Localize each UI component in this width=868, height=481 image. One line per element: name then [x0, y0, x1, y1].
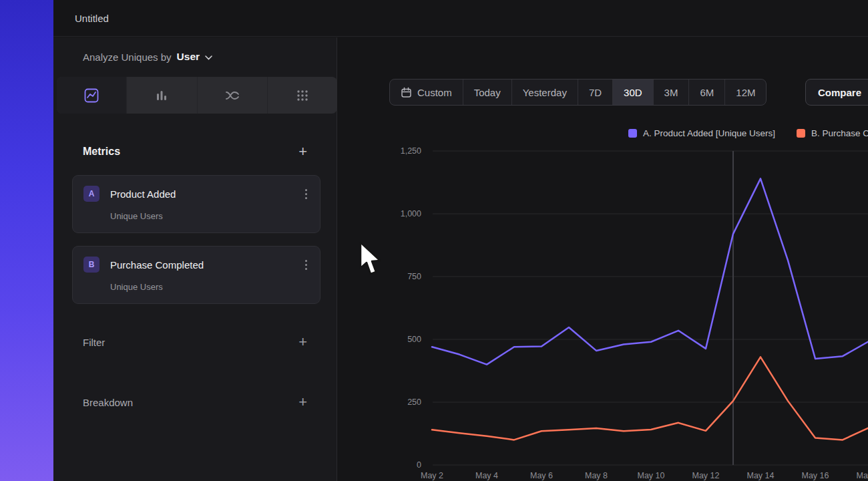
- breakdown-section-header: Breakdown +: [83, 388, 307, 416]
- analyze-header: Analyze Uniques by User: [83, 37, 330, 76]
- series-line: [432, 178, 868, 364]
- x-axis-tick-label: May 16: [802, 471, 829, 480]
- x-axis-tick-label: May 6: [530, 471, 553, 480]
- date-range-toolbar: CustomTodayYesterday7D30D3M6M12M: [389, 79, 767, 106]
- y-axis-tick-label: 1,000: [401, 209, 421, 218]
- metric-subtitle[interactable]: Unique Users: [110, 282, 309, 292]
- filter-section-header: Filter +: [83, 328, 307, 356]
- metrics-title: Metrics: [83, 146, 120, 158]
- chart-svg: 02505007501,0001,250May 2May 4May 6May 8…: [337, 134, 868, 481]
- filter-title: Filter: [83, 337, 105, 348]
- metric-subtitle[interactable]: Unique Users: [110, 211, 309, 221]
- range-button-yesterday[interactable]: Yesterday: [512, 79, 578, 105]
- x-axis-tick-label: May 14: [747, 471, 775, 480]
- breakdown-title: Breakdown: [83, 397, 133, 408]
- y-axis-tick-label: 250: [407, 397, 421, 407]
- bar-chart-icon: [154, 88, 169, 103]
- metric-card-b[interactable]: B Purchase Completed Unique Users: [72, 246, 320, 304]
- tab-bar-chart[interactable]: [127, 77, 197, 114]
- range-button-custom[interactable]: Custom: [390, 79, 463, 105]
- range-button-7d[interactable]: 7D: [578, 79, 613, 105]
- x-axis-tick-label: May 18: [857, 471, 868, 480]
- range-button-30d[interactable]: 30D: [613, 79, 654, 105]
- range-button-3m[interactable]: 3M: [654, 79, 690, 105]
- chevron-down-icon: [205, 55, 212, 60]
- left-rail: [0, 0, 53, 481]
- series-line: [432, 357, 868, 440]
- metric-card-a[interactable]: A Product Added Unique Users: [72, 175, 320, 233]
- top-bar: Untitled: [53, 0, 868, 37]
- range-button-6m[interactable]: 6M: [689, 79, 725, 105]
- kebab-menu-icon[interactable]: [303, 258, 309, 272]
- y-axis-tick-label: 0: [417, 460, 421, 470]
- range-button-today[interactable]: Today: [463, 79, 512, 105]
- add-filter-button[interactable]: +: [298, 335, 307, 349]
- query-builder-panel: Analyze Uniques by User: [53, 37, 337, 481]
- metric-badge-a: A: [83, 186, 99, 202]
- add-metric-button[interactable]: +: [298, 144, 307, 159]
- add-breakdown-button[interactable]: +: [298, 395, 307, 410]
- kebab-menu-icon[interactable]: [303, 187, 309, 201]
- analyze-label: Analyze Uniques by: [83, 51, 172, 63]
- tab-line-chart[interactable]: [57, 77, 127, 114]
- x-axis-tick-label: May 12: [692, 471, 720, 480]
- metrics-section-header: Metrics +: [83, 138, 307, 166]
- y-axis-tick-label: 500: [407, 335, 421, 344]
- range-button-12m[interactable]: 12M: [725, 79, 766, 105]
- analyze-value-dropdown[interactable]: User: [177, 51, 200, 63]
- flows-icon: [224, 88, 240, 103]
- report-type-tabs: [57, 77, 337, 114]
- tab-flows[interactable]: [198, 77, 268, 114]
- x-axis-tick-label: May 2: [421, 471, 443, 480]
- metric-badge-b: B: [83, 257, 99, 273]
- document-title[interactable]: Untitled: [75, 13, 109, 24]
- grid-dots-icon: [295, 88, 310, 103]
- line-chart-icon: [84, 88, 99, 103]
- y-axis-tick-label: 750: [407, 272, 421, 281]
- y-axis-tick-label: 1,250: [401, 146, 421, 156]
- metric-title[interactable]: Product Added: [110, 188, 292, 200]
- metric-title[interactable]: Purchase Completed: [110, 259, 292, 271]
- compare-button[interactable]: Compare: [805, 79, 868, 106]
- x-axis-tick-label: May 10: [638, 471, 665, 480]
- calendar-icon: [401, 87, 412, 98]
- x-axis-tick-label: May 4: [475, 471, 498, 480]
- tab-grid[interactable]: [268, 77, 337, 114]
- x-axis-tick-label: May 8: [585, 471, 608, 480]
